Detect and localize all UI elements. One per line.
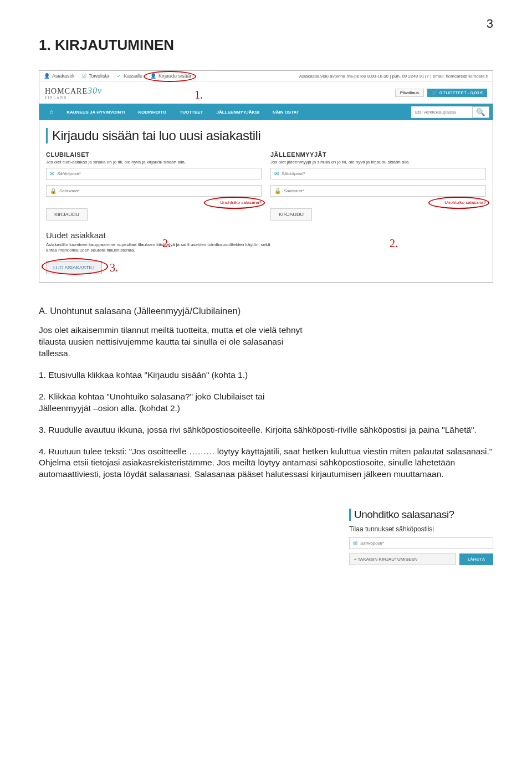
nav-item[interactable]: KODINHOITO [131,105,173,119]
jalleenmyyjat-login-button[interactable]: KIRJAUDU [270,208,312,221]
search-input[interactable] [411,106,472,118]
section-a-title: A. Unohtunut salasana (Jälleenmyyjä/Club… [39,305,493,317]
topbar-item-wishlist[interactable]: ☑Toivelista [82,73,109,79]
annotation-label-2b: 2. [390,237,398,250]
login-page-title: Kirjaudu sisään tai luo uusi asiakastili [46,128,486,143]
nav-home[interactable]: ⌂ [43,104,60,120]
user-icon: 👤 [44,73,50,79]
search-button[interactable]: 🔍 [472,106,489,118]
topbar: 👤Asiakastili ☑Toivelista ✓Kassalle 👤Kirj… [39,71,493,81]
new-customers-text: Asiakastilin luominen kauppaamme nopeutt… [46,242,273,254]
new-customers-title: Uudet asiakkaat [46,230,486,240]
jalleenmyyjat-email-field[interactable]: ✉ [270,168,486,180]
login-screenshot: 👤Asiakastili ☑Toivelista ✓Kassalle 👤Kirj… [39,70,493,283]
clubilaiset-forgot-link[interactable]: Unohtuiko salasana? [46,200,262,205]
clubilaiset-title: CLUBILAISET [46,151,262,158]
lock-icon: 🔒 [50,188,57,194]
annotation-label-1: 1. [195,89,203,101]
logo: HOMCARE30v FINLAND [45,86,102,99]
mail-icon: ✉ [50,171,54,177]
annotation-ellipse-3 [428,197,489,209]
forgot-panel-title: Unohditko salasanasi? [349,509,493,521]
check-icon: ☑ [82,73,86,79]
section-a-intro: Jos olet aikaisemmin tilannut meiltä tuo… [39,325,316,360]
section-a-step1: 1. Etusivulla klikkaa kohtaa "Kirjaudu s… [39,370,316,381]
topbar-info: Asiakaspalvelu avoinna ma-pe klo 8.00-16… [299,74,488,79]
clubilaiset-column: CLUBILAISET Jos olet club-asiakas ja sin… [46,151,262,221]
section-a-step4b: Ohjelma etsii tietojasi asiakasrekisteri… [39,457,493,480]
jalleenmyyjat-password-field[interactable]: 🔒 [270,185,486,197]
lock-icon: 🔒 [274,188,281,194]
jalleenmyyjat-forgot-link[interactable]: Unohtuiko salasana? [270,200,486,205]
main-nav: ⌂ KAUNEUS JA HYVINVOINTI KODINHOITO TUOT… [39,104,493,120]
annotation-label-3: 3. [110,262,118,274]
midbar: HOMCARE30v FINLAND Pikatilaus 🛒0 TUOTTEE… [39,81,493,104]
clubilaiset-email-input[interactable] [57,171,258,176]
quick-order-button[interactable]: Pikatilaus [395,89,424,97]
topbar-item-checkout[interactable]: ✓Kassalle [117,73,142,79]
clubilaiset-login-button[interactable]: KIRJAUDU [46,208,88,221]
page-heading: 1. KIRJAUTUMINEN [39,37,493,54]
annotation-label-2: 2. [162,237,171,250]
section-a-step2: 2. Klikkaa kohtaa "Unohtuiko salasana?" … [39,391,316,414]
mail-icon: ✉ [274,171,279,177]
jalleenmyyjat-email-input[interactable] [282,171,482,176]
checkmark-icon: ✓ [117,73,121,79]
section-a-step3: 3. Ruudulle avautuu ikkuna, jossa rivi s… [39,424,493,436]
annotation-ellipse-4 [42,258,108,275]
forgot-password-panel: Unohditko salasanasi? Tilaa tunnukset sä… [349,509,493,524]
jalleenmyyjat-password-input[interactable] [284,188,482,193]
nav-item[interactable]: TUOTTEET [173,105,209,119]
cart-button[interactable]: 🛒0 TUOTTEET - 0,00 € [427,89,487,97]
nav-search: 🔍 [411,106,489,118]
topbar-item-account[interactable]: 👤Asiakastili [44,73,74,79]
annotation-ellipse-2 [204,197,265,209]
instructions-section: A. Unohtunut salasana (Jälleenmyyjä/Club… [39,305,493,480]
clubilaiset-password-input[interactable] [59,188,258,193]
new-customers-section: Uudet asiakkaat Asiakastilin luominen ka… [46,230,486,274]
nav-item[interactable]: KAUNEUS JA HYVINVOINTI [60,105,131,119]
page-number: 3 [39,17,493,31]
clubilaiset-password-field[interactable]: 🔒 [46,185,262,197]
jalleenmyyjat-column: JÄLLEENMYYJÄT Jos olet jälleenmyyjä ja s… [270,151,486,221]
nav-item[interactable]: JÄLLEENMYYJÄKSI [210,105,266,119]
jalleenmyyjat-text: Jos olet jälleenmyyjä ja sinulla on jo t… [270,160,486,165]
nav-item[interactable]: NÄIN OSTAT [266,105,306,119]
topbar-item-login[interactable]: 👤Kirjaudu sisään [150,73,193,79]
jalleenmyyjat-title: JÄLLEENMYYJÄT [270,151,486,158]
section-a-step4: 4. Ruutuun tulee teksti: "Jos osoitteell… [39,446,493,458]
clubilaiset-email-field[interactable]: ✉ [46,168,262,180]
annotation-ellipse-1 [144,71,196,82]
clubilaiset-text: Jos olet club-asiakas ja sinulla on jo t… [46,160,262,165]
cart-icon: 🛒 [432,90,437,95]
